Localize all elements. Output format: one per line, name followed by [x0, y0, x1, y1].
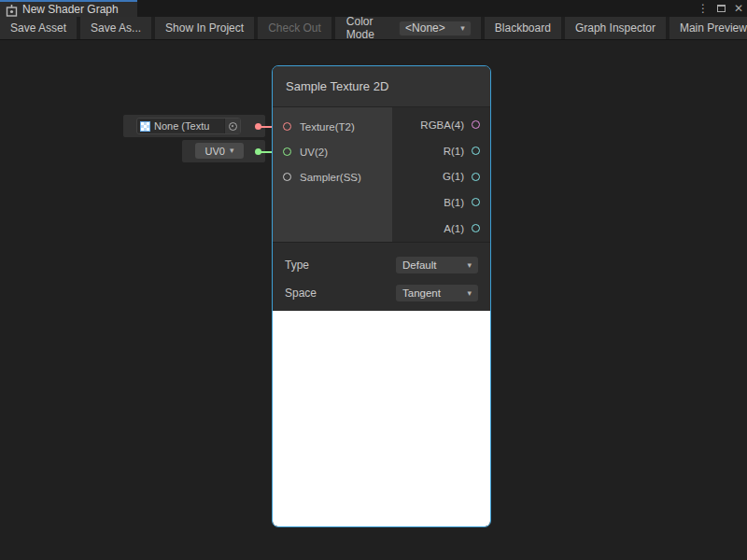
input-port-row: Sampler(SS)	[273, 164, 392, 189]
window-controls: ⋮ ✕	[698, 0, 743, 17]
chevron-down-icon: ▾	[230, 147, 234, 155]
port-label: G(1)	[443, 171, 464, 182]
space-dropdown[interactable]: Tangent ▾	[396, 285, 478, 301]
color-mode-dropdown[interactable]: <None> ▾	[399, 21, 472, 36]
main-preview-button[interactable]: Main Preview	[669, 17, 747, 39]
chevron-down-icon: ▾	[460, 24, 465, 33]
chevron-down-icon: ▾	[467, 289, 472, 298]
check-out-button: Check Out	[258, 17, 331, 39]
close-icon[interactable]: ✕	[734, 0, 743, 17]
output-port-row: R(1)	[392, 138, 490, 164]
color-mode-value: <None>	[405, 21, 445, 35]
port-label: UV(2)	[300, 147, 328, 158]
space-label: Space	[285, 287, 317, 300]
sample-texture-2d-node[interactable]: Sample Texture 2D Texture(T2) UV(2) Samp…	[272, 65, 491, 527]
port-label: A(1)	[444, 223, 464, 234]
type-control-row: Type Default ▾	[273, 251, 490, 279]
output-port-row: B(1)	[392, 189, 490, 216]
input-port-texture[interactable]	[283, 122, 291, 131]
blackboard-button[interactable]: Blackboard	[485, 17, 561, 39]
output-ports-column: RGBA(4) R(1) G(1) B(1)	[392, 107, 490, 242]
space-value: Tangent	[402, 287, 441, 299]
node-ports-section: Texture(T2) UV(2) Sampler(SS) RGBA(4)	[273, 107, 490, 243]
port-label: R(1)	[444, 146, 464, 157]
texture-thumbnail-icon	[140, 121, 150, 132]
output-port-b[interactable]	[472, 198, 480, 206]
port-label: RGBA(4)	[420, 119, 464, 131]
input-port-sampler[interactable]	[283, 173, 291, 181]
output-port-r[interactable]	[472, 147, 480, 155]
uv-channel-dropdown[interactable]: UV0 ▾	[195, 143, 244, 159]
graph-inspector-button[interactable]: Graph Inspector	[565, 17, 666, 39]
node-controls-section: Type Default ▾ Space Tangent ▾	[273, 243, 490, 311]
more-menu-icon[interactable]: ⋮	[698, 0, 709, 17]
color-mode-group: Color Mode <None> ▾	[335, 17, 481, 39]
texture-input-widget: None (Textu	[123, 115, 265, 137]
save-as-button[interactable]: Save As...	[80, 17, 151, 39]
port-label: Sampler(SS)	[300, 172, 361, 183]
texture-object-value: None (Textu	[154, 120, 224, 132]
input-port-row: Texture(T2)	[273, 114, 392, 139]
object-picker-button[interactable]	[224, 119, 240, 133]
type-label: Type	[285, 259, 309, 272]
node-preview	[273, 311, 490, 526]
type-value: Default	[402, 259, 436, 271]
space-control-row: Space Tangent ▾	[273, 279, 490, 307]
shader-graph-asset-icon	[6, 4, 18, 16]
color-mode-label: Color Mode	[346, 15, 391, 41]
object-picker-icon	[229, 122, 237, 131]
output-port-row: RGBA(4)	[392, 112, 490, 138]
show-in-project-button[interactable]: Show In Project	[155, 17, 254, 39]
toolbar: Save Asset Save As... Show In Project Ch…	[0, 17, 747, 40]
toolbar-right-group: Color Mode <None> ▾ Blackboard Graph Ins…	[335, 17, 747, 39]
chevron-down-icon: ▾	[467, 261, 472, 270]
output-port-rgba[interactable]	[472, 120, 480, 129]
tab-new-shader-graph[interactable]: New Shader Graph	[0, 0, 137, 17]
input-ports-column: Texture(T2) UV(2) Sampler(SS)	[273, 107, 392, 242]
input-port-row: UV(2)	[273, 139, 392, 164]
maximize-icon[interactable]	[717, 5, 726, 12]
uv-input-widget: UV0 ▾	[182, 140, 265, 162]
graph-canvas[interactable]: None (Textu UV0 ▾ Sample Texture 2D	[0, 40, 747, 560]
texture-object-field[interactable]: None (Textu	[136, 118, 241, 134]
shader-graph-window: New Shader Graph ⋮ ✕ Save Asset Save As.…	[0, 0, 747, 560]
type-dropdown[interactable]: Default ▾	[396, 257, 478, 273]
save-asset-button[interactable]: Save Asset	[0, 17, 77, 39]
uv-channel-value: UV0	[205, 146, 225, 157]
port-label: B(1)	[444, 197, 464, 208]
output-port-g[interactable]	[472, 173, 480, 181]
port-label: Texture(T2)	[300, 121, 355, 133]
node-title[interactable]: Sample Texture 2D	[273, 66, 490, 107]
output-port-a[interactable]	[472, 224, 480, 232]
input-port-uv[interactable]	[283, 147, 291, 156]
output-port-row: A(1)	[392, 216, 490, 242]
output-port-row: G(1)	[392, 163, 490, 189]
tab-label: New Shader Graph	[22, 3, 119, 16]
